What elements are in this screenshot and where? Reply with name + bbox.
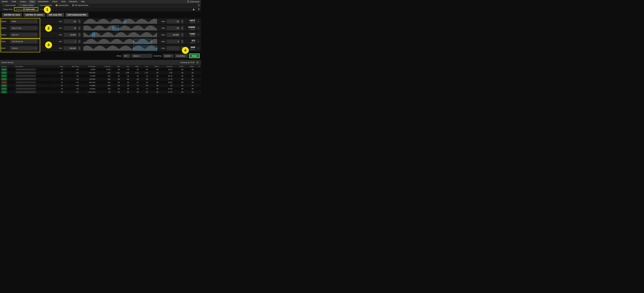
step-down-icon[interactable]: − bbox=[181, 42, 183, 43]
sort-column-select[interactable]: Symbol▾ bbox=[163, 54, 174, 58]
filter-attribute-select[interactable]: Volume ▾ bbox=[10, 46, 37, 50]
column-header[interactable]: Volume bbox=[96, 65, 112, 68]
remove-filter-button[interactable]: ✕ bbox=[197, 34, 200, 36]
slider-handle-left[interactable] bbox=[124, 21, 124, 22]
tab-ise-spread-book[interactable]: ISE Spread Book bbox=[70, 4, 90, 7]
slider-handle-left[interactable] bbox=[92, 34, 93, 35]
step-down-icon[interactable]: − bbox=[181, 22, 183, 23]
step-up-icon[interactable]: + bbox=[181, 20, 183, 22]
step-up-icon[interactable]: + bbox=[78, 26, 80, 28]
column-header[interactable]: Last bbox=[54, 65, 64, 68]
column-header[interactable]: High bbox=[130, 65, 140, 68]
table-row[interactable]: XXXX XXXXXXXXXXXXXXXXXX .20 -.05 -20.00%… bbox=[0, 87, 201, 90]
min-stepper[interactable]: + − bbox=[78, 20, 80, 23]
remove-filter-button[interactable]: ✕ bbox=[197, 40, 200, 43]
table-row[interactable]: XXXX XXXXXXXXXXXXXXXXXX .35 -.20 -36.36%… bbox=[0, 78, 201, 81]
column-header[interactable]: Symbol bbox=[0, 65, 14, 68]
step-down-icon[interactable]: − bbox=[78, 35, 80, 36]
min-stepper[interactable]: + − bbox=[78, 26, 80, 30]
step-down-icon[interactable]: − bbox=[78, 28, 80, 30]
scan-in-dropdown[interactable]: Scan in: All Optionable ◢ bbox=[14, 7, 38, 11]
gear-icon[interactable]: ⚙ bbox=[198, 66, 200, 67]
max-input[interactable] bbox=[167, 33, 180, 37]
filter-attribute-select[interactable]: Days to exp ▾ bbox=[10, 26, 37, 30]
remove-filter-button[interactable]: ✕ bbox=[197, 20, 200, 23]
table-row[interactable]: XXXX XXXXXXXXXXXXXXXXXX .47 -.01 -2.08% … bbox=[0, 68, 201, 71]
max-input[interactable] bbox=[167, 26, 180, 30]
add-fundamental-filter-button[interactable]: Add fundamental filter bbox=[66, 13, 88, 17]
show-count-select[interactable]: 200▾ bbox=[123, 54, 130, 58]
filter-histogram[interactable] bbox=[84, 19, 157, 24]
min-input[interactable] bbox=[64, 20, 77, 23]
table-row[interactable]: XXXX XXXXXXXXXXXXXXXXXX .11 -.01 -8.33% … bbox=[0, 74, 201, 78]
column-header[interactable]: Low bbox=[140, 65, 149, 68]
menu-icon[interactable]: ☰ bbox=[196, 4, 201, 7]
tab-spread-book[interactable]: ≡ Spread Book bbox=[54, 4, 70, 7]
scan-button[interactable]: Scan bbox=[189, 54, 200, 58]
step-down-icon[interactable]: − bbox=[78, 22, 80, 23]
min-input[interactable] bbox=[64, 40, 77, 44]
menu-analyze[interactable]: Analyze bbox=[18, 0, 28, 3]
menu-charts[interactable]: Charts bbox=[50, 0, 60, 3]
add-study-filter-button[interactable]: Add study filter bbox=[47, 13, 64, 17]
menu-trade[interactable]: Trade bbox=[10, 0, 18, 3]
slider-handle-right[interactable] bbox=[156, 48, 158, 49]
menu-icon[interactable]: ☰ bbox=[195, 61, 200, 64]
column-header[interactable]: Vega bbox=[184, 65, 195, 68]
column-header[interactable]: Theta bbox=[173, 65, 184, 68]
tab-stock-hacker[interactable]: Stock Hacker bbox=[1, 4, 18, 7]
step-down-icon[interactable]: − bbox=[78, 42, 80, 43]
max-stepper[interactable]: + − bbox=[181, 33, 183, 36]
step-down-icon[interactable]: − bbox=[181, 35, 183, 36]
column-header[interactable]: Ask bbox=[121, 65, 130, 68]
step-up-icon[interactable]: + bbox=[181, 33, 183, 35]
max-input[interactable] bbox=[167, 46, 180, 50]
filter-attribute-select[interactable]: Impl Vol ▾ bbox=[10, 33, 37, 37]
tab-spread-hacker[interactable]: Spread Hacker bbox=[36, 4, 54, 7]
slider-handle-right[interactable] bbox=[151, 41, 152, 42]
sort-direction-select[interactable]: Ascending▾ bbox=[175, 54, 188, 58]
filter-histogram[interactable] bbox=[84, 32, 157, 37]
remove-filter-button[interactable]: ✕ bbox=[197, 27, 200, 29]
min-input[interactable] bbox=[64, 33, 77, 37]
tab-option-hacker[interactable]: Option Hacker bbox=[18, 4, 36, 7]
step-up-icon[interactable]: + bbox=[78, 20, 80, 22]
menu-education[interactable]: Education bbox=[67, 0, 79, 3]
slider-handle-right[interactable] bbox=[118, 28, 119, 28]
table-row[interactable]: XXXX XXXXXXXXXXXXXXXXXX 1.96 +.50 +34.25… bbox=[0, 71, 201, 74]
min-stepper[interactable]: + − bbox=[78, 46, 80, 50]
column-header[interactable]: Gamma bbox=[160, 65, 173, 68]
filter-histogram[interactable] bbox=[84, 39, 157, 44]
max-stepper[interactable]: + − bbox=[181, 20, 183, 23]
max-input[interactable] bbox=[167, 40, 180, 44]
menu-icon[interactable]: ☰ bbox=[196, 8, 201, 11]
step-up-icon[interactable]: + bbox=[78, 46, 80, 48]
min-stepper[interactable]: + − bbox=[78, 33, 80, 36]
setup-scan-toggle[interactable]: ▾ Setup Scan bbox=[1, 8, 14, 11]
step-up-icon[interactable]: + bbox=[181, 40, 183, 42]
min-stepper[interactable]: + − bbox=[78, 40, 80, 43]
column-header[interactable]: %Change bbox=[80, 65, 96, 68]
slider-handle-right[interactable] bbox=[94, 34, 95, 35]
column-header[interactable]: Bid bbox=[112, 65, 121, 68]
menu-help[interactable]: Help bbox=[79, 0, 87, 3]
max-stepper[interactable]: + − bbox=[181, 40, 183, 43]
step-down-icon[interactable]: − bbox=[181, 28, 183, 30]
table-row[interactable]: XXXX XXXXXXXXXXXXXXXXXX .70 +.04 +6.06% … bbox=[0, 84, 201, 87]
step-up-icon[interactable]: + bbox=[78, 40, 80, 42]
max-stepper[interactable]: + − bbox=[181, 26, 183, 30]
menu-scan[interactable]: Scan bbox=[28, 0, 36, 3]
slider-handle-left[interactable] bbox=[112, 28, 114, 28]
slider-handle-right[interactable] bbox=[126, 21, 126, 22]
ondemand-button[interactable]: OnDemand bbox=[185, 0, 201, 3]
step-up-icon[interactable]: + bbox=[78, 33, 80, 35]
min-input[interactable] bbox=[64, 46, 77, 50]
slider-handle-left[interactable] bbox=[133, 48, 134, 49]
table-row[interactable]: XXXX XXXXXXXXXXXXXXXXXX .37 +.15 +68.18%… bbox=[0, 81, 201, 84]
table-row[interactable]: XXXX XXXXXXXXXXXXXXXXXX .40 +.22 +122.22… bbox=[0, 90, 201, 94]
column-header[interactable]: Description bbox=[14, 65, 54, 68]
min-input[interactable] bbox=[64, 26, 77, 30]
slider-handle-left[interactable] bbox=[133, 41, 134, 42]
sizzle-icon[interactable]: 🔥 bbox=[191, 8, 196, 11]
filter-histogram[interactable] bbox=[84, 46, 157, 50]
